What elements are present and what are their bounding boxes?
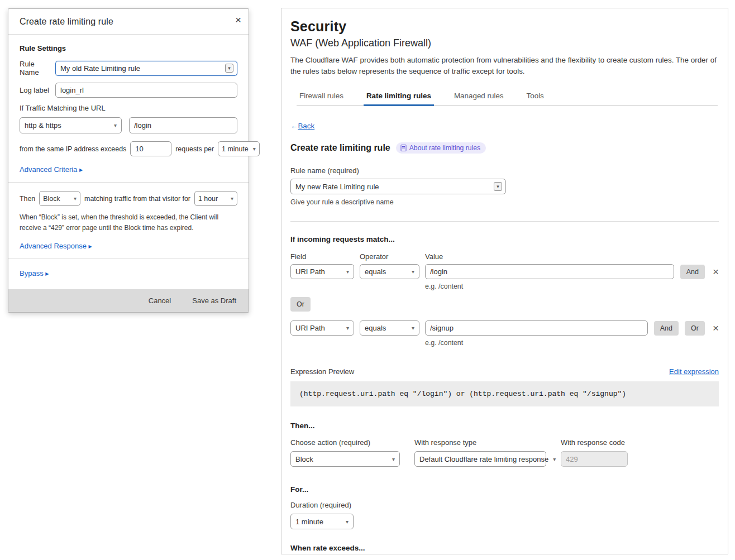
book-icon [400, 145, 407, 151]
triangle-right-icon: ▶ [79, 167, 83, 173]
operator-select[interactable]: equals ▾ [360, 320, 419, 336]
field-select[interactable]: URI Path ▾ [290, 320, 354, 336]
divider [290, 221, 719, 222]
autofill-extension-icon[interactable]: ▾ [494, 182, 502, 191]
expression-preview-label: Expression Preview [290, 367, 354, 376]
incoming-requests-heading: If incoming requests match... [290, 235, 719, 243]
threshold-input[interactable] [130, 141, 171, 156]
block-duration-select[interactable]: 1 hour ▾ [194, 191, 237, 206]
rule-name-row: Rule Name ▾ [20, 60, 237, 76]
close-icon[interactable]: × [235, 14, 241, 26]
rate-exceeds-heading: When rate exceeds... [290, 544, 719, 552]
advanced-criteria-link[interactable]: Advanced Criteria ▶ [20, 165, 83, 174]
log-label-row: Log label [20, 83, 237, 98]
about-rate-limiting-rules-badge[interactable]: About rate limiting rules [396, 142, 486, 154]
chevron-down-icon: ▾ [346, 269, 349, 275]
action-select-value: Block [295, 455, 313, 463]
response-type-label: With response type [414, 438, 546, 447]
create-rate-limiting-rule-modal: Create rate limiting rule × Rule Setting… [8, 8, 249, 313]
value-input[interactable] [425, 320, 648, 336]
scheme-select-value: http & https [25, 121, 61, 130]
expression-preview-code: (http.request.uri.path eq "/login") or (… [290, 381, 719, 406]
log-label-input[interactable] [55, 83, 237, 98]
modal-title: Create rate limiting rule [20, 17, 237, 27]
or-button[interactable]: Or [685, 321, 705, 336]
action-select[interactable]: Block ▾ [290, 451, 400, 467]
back-link[interactable]: ←Back [290, 122, 314, 130]
triangle-right-icon: ▶ [45, 271, 49, 276]
action-select[interactable]: Block ▾ [39, 191, 80, 206]
operator-select-value: equals [365, 267, 386, 276]
tab-rate-limiting-rules[interactable]: Rate limiting rules [364, 88, 434, 105]
condition-row: URI Path ▾ equals ▾ And × [290, 264, 719, 279]
response-code-label: With response code [561, 438, 628, 447]
back-label: Back [298, 122, 314, 130]
duration-select-value: 1 minute [295, 518, 323, 526]
triangle-right-icon: ▶ [89, 244, 92, 249]
period-select[interactable]: 1 minute ▾ [218, 141, 260, 156]
advanced-response-link[interactable]: Advanced Response ▶ [20, 242, 92, 250]
chevron-down-icon: ▾ [114, 122, 117, 128]
and-button[interactable]: And [654, 321, 679, 336]
field-select-value: URI Path [295, 267, 325, 276]
field-column-label: Field [290, 252, 360, 261]
then-label: Then [20, 195, 35, 203]
waf-tabs: Firewall rules Rate limiting rules Manag… [297, 88, 718, 106]
page-description: The Cloudflare WAF provides both automat… [290, 55, 719, 77]
modal-body: Rule Settings Rule Name ▾ Log label If T… [8, 35, 249, 288]
value-hint: e.g. /content [425, 339, 719, 347]
field-select-value: URI Path [295, 324, 325, 332]
period-select-value: 1 minute [222, 145, 249, 153]
operator-column-label: Operator [360, 252, 425, 261]
rule-name-input[interactable] [55, 61, 237, 76]
chevron-down-icon: ▾ [231, 195, 233, 202]
condition-row: URI Path ▾ equals ▾ And Or × [290, 320, 719, 336]
then-middle-text: matching traffic from that visitor for [84, 195, 190, 203]
remove-condition-icon[interactable]: × [713, 266, 719, 277]
scheme-select[interactable]: http & https ▾ [20, 117, 122, 133]
value-input[interactable] [425, 264, 674, 279]
bypass-label: Bypass [20, 269, 44, 277]
choose-action-label: Choose action (required) [290, 438, 400, 447]
chevron-down-icon: ▾ [392, 456, 395, 462]
tab-tools[interactable]: Tools [524, 88, 547, 105]
page-subtitle: WAF (Web Application Firewall) [290, 37, 719, 49]
rule-name-input[interactable] [290, 179, 506, 194]
block-duration-value: 1 hour [198, 195, 218, 203]
bypass-link[interactable]: Bypass ▶ [20, 269, 49, 277]
page-title: Security [290, 18, 719, 35]
save-as-draft-button[interactable]: Save as Draft [192, 296, 236, 305]
advanced-response-label: Advanced Response [20, 242, 87, 250]
divider [8, 182, 249, 183]
edit-expression-link[interactable]: Edit expression [669, 367, 719, 376]
block-note-text: When “Block” is set, when the threshold … [20, 212, 237, 233]
response-type-value: Default Cloudflare rate limiting respons… [419, 455, 548, 463]
operator-select-value: equals [365, 324, 386, 332]
value-column-label: Value [425, 252, 443, 261]
duration-select[interactable]: 1 minute ▾ [290, 514, 354, 529]
response-code-input [561, 451, 628, 467]
tab-firewall-rules[interactable]: Firewall rules [297, 88, 346, 105]
autofill-extension-icon[interactable]: ▾ [225, 64, 233, 73]
field-select[interactable]: URI Path ▾ [290, 264, 354, 279]
rule-name-label: Rule name (required) [290, 166, 719, 175]
chevron-down-icon: ▾ [412, 269, 414, 275]
about-badge-label: About rate limiting rules [409, 144, 480, 152]
advanced-criteria-label: Advanced Criteria [20, 165, 77, 174]
rule-name-label: Rule Name [20, 60, 55, 76]
remove-condition-icon[interactable]: × [713, 323, 719, 333]
chevron-down-icon: ▾ [253, 146, 256, 152]
then-heading: Then... [290, 422, 719, 430]
tab-managed-rules[interactable]: Managed rules [451, 88, 507, 105]
operator-select[interactable]: equals ▾ [360, 264, 419, 279]
cancel-button[interactable]: Cancel [149, 296, 171, 305]
modal-header: Create rate limiting rule × [8, 9, 249, 35]
threshold-prefix-text: from the same IP address exceeds [20, 145, 126, 153]
url-input[interactable] [129, 117, 237, 133]
for-heading: For... [290, 485, 719, 494]
form-title: Create rate limiting rule [290, 143, 390, 153]
or-button[interactable]: Or [290, 297, 311, 312]
action-select-value: Block [43, 195, 60, 203]
response-type-select[interactable]: Default Cloudflare rate limiting respons… [414, 451, 546, 467]
and-button[interactable]: And [680, 265, 705, 279]
